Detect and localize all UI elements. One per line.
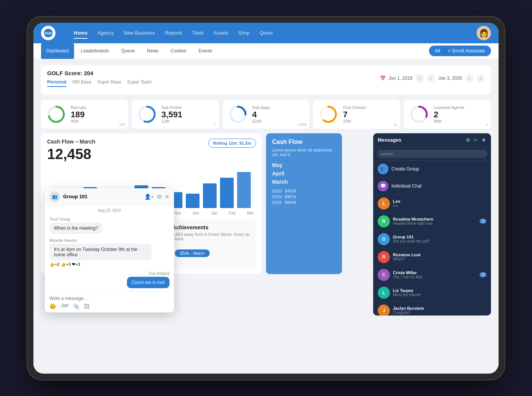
gc-emoji-icon[interactable]: 😊: [49, 303, 56, 309]
cf-details-desc: Lorem ipsum dolor sit adipiscing elit, s…: [272, 148, 336, 157]
gc-gif-icon[interactable]: .GIF: [60, 303, 68, 309]
individual-chat-item[interactable]: 💬 Individual Chat: [373, 178, 491, 195]
msg-preview-rozanne: When?: [393, 257, 486, 261]
gc-reactions: 👍+2 👍+3 ❤+3: [49, 262, 169, 267]
individual-chat-label: Individual Chat: [391, 183, 421, 189]
stat-info-recruits: Recruits 189 45th: [71, 105, 123, 123]
msg-content-leo: Leo it s: [393, 199, 486, 208]
avatar-rozanne: R: [378, 251, 390, 263]
logo: PHP: [41, 26, 59, 40]
main-content: GOLF Score: 204 Personal MD Base Super B…: [33, 59, 499, 374]
tab-queue[interactable]: Queue: [116, 43, 140, 59]
date-end-next-button[interactable]: ›: [477, 74, 485, 82]
gc-bubble-tina: Count me in too!: [127, 277, 169, 288]
gc-add-member-icon[interactable]: 👤+: [144, 194, 154, 200]
date-next-button[interactable]: ›: [427, 74, 435, 82]
golf-tab-super-team[interactable]: Super Team: [127, 79, 152, 87]
nav-items: Home Agency New Business Reports Tools A…: [70, 28, 477, 38]
nav-shop[interactable]: Shop: [234, 28, 253, 38]
msg-content-crista: Crista Millar Yes, I can do that: [393, 270, 477, 279]
nav-home[interactable]: Home: [70, 28, 91, 38]
date-end: Jun 3, 2020: [438, 76, 462, 81]
chart-label-mar: Mar: [247, 211, 254, 215]
msg-collapse-icon[interactable]: ▼: [481, 137, 486, 143]
msg-content-group101: Group 101 Did you send the pdf?: [393, 235, 486, 243]
nav-new-business[interactable]: New Business: [120, 28, 159, 38]
date-end-prev-button[interactable]: ‹: [465, 74, 473, 82]
calendar-icon: 📅: [380, 76, 386, 81]
msg-name-jaclyn: Jaclyn Burstein: [393, 306, 486, 311]
msg-item-jaclyn[interactable]: J Jaclyn Burstein Congrats!!: [373, 302, 491, 316]
stat-max-licensed-agents: 4: [486, 123, 488, 126]
cf-year-2020-label: 2020:: [272, 189, 283, 193]
user-avatar[interactable]: 👩: [477, 26, 491, 40]
gc-settings-icon[interactable]: ⚙: [157, 194, 162, 200]
enroll-associate-button[interactable]: 84 👤+ Enroll Associate: [429, 46, 491, 56]
stat-rank-sub-points: 12th: [162, 119, 214, 123]
nav-reports[interactable]: Reports: [161, 28, 186, 38]
date-prev-button[interactable]: ‹: [415, 74, 424, 82]
msg-item-leo[interactable]: L Leo it s: [373, 195, 491, 213]
msg-name-crista: Crista Millar: [393, 270, 477, 275]
golf-score-title: GOLF Score: 204: [47, 70, 152, 76]
msg-badge-rosalina: 1: [480, 219, 486, 224]
lower-area: Cash Flow – March 12,458 Rolling 12m: $1…: [41, 133, 491, 274]
msg-item-group101[interactable]: G Group 101 Did you send the pdf?: [373, 230, 491, 248]
msg-name-rozanne: Rozanne Lout: [393, 252, 486, 257]
golf-tab-personal[interactable]: Personal: [47, 79, 66, 87]
nav-assets[interactable]: Assets: [210, 28, 232, 38]
tab-news[interactable]: News: [142, 43, 164, 59]
stat-rank-recruits: 45th: [71, 119, 123, 123]
gc-msg-tina: Tina Holland Count me in too!: [45, 270, 174, 291]
msg-compose-icon[interactable]: ✏: [473, 137, 478, 143]
gc-message-input[interactable]: [49, 296, 169, 301]
tab-events[interactable]: Events: [193, 43, 218, 59]
donut-sub-apps: [228, 104, 248, 124]
msg-item-rozanne[interactable]: R Rozanne Lout When?: [373, 248, 491, 266]
golf-tab-md-base[interactable]: MD Base: [73, 79, 91, 87]
stat-value-recruits: 189: [71, 110, 123, 119]
stat-max-recruits: 205: [119, 123, 125, 126]
tab-dashboard[interactable]: Dashboard: [41, 43, 74, 59]
cf-month-may: May: [272, 162, 336, 168]
msg-name-rosalina: Rosalina Mceachern: [393, 217, 477, 221]
gc-sender-mariette: Mariette Keesler: [49, 238, 169, 243]
tab-contest[interactable]: Contest: [165, 43, 192, 59]
msg-content-liz: Liz Tarpey More the marrier: [393, 288, 486, 297]
avatar-jaclyn: J: [378, 304, 390, 316]
nav-agency[interactable]: Agency: [93, 28, 117, 38]
bar-dec: [186, 194, 200, 208]
cf-year-2020-value: $450k: [285, 189, 296, 193]
gc-tools: 😊 .GIF 📎 🖼: [49, 303, 169, 309]
bar-mar: [237, 172, 251, 208]
messages-list: L Leo it s R Rosalina Mceachern Headed: [373, 195, 491, 316]
cf-details-panel: Cash Flow Lorem ipsum dolor sit adipisci…: [266, 133, 342, 274]
cf-year-2019-value: $967k: [285, 194, 296, 199]
gc-attachment-icon[interactable]: 📎: [73, 303, 79, 309]
nav-quest[interactable]: Quest: [256, 28, 277, 38]
stat-info-licensed-agents: Licensed Agents 2 99th: [434, 105, 486, 123]
msg-item-liz[interactable]: L Liz Tarpey More the marrier: [373, 284, 491, 302]
cashflow-value: 12,458: [47, 146, 255, 163]
gc-header: 👥 Group 101 👤+ ⚙ ✕: [45, 188, 174, 205]
gc-close-icon[interactable]: ✕: [165, 194, 169, 200]
msg-preview-jaclyn: Congrats!!: [393, 311, 486, 315]
cf-year-2019: 2019: $967k: [272, 194, 336, 199]
create-group-item[interactable]: 👥 Create Group: [373, 161, 491, 178]
msg-item-crista[interactable]: C Crista Millar Yes, I can do that 3: [373, 266, 491, 284]
messages-search-input[interactable]: [377, 150, 487, 158]
msg-settings-icon[interactable]: ⚙: [466, 137, 470, 143]
golf-tabs: Personal MD Base Super Base Super Team: [47, 79, 152, 87]
tab-leaderboards[interactable]: Leaderboards: [76, 43, 114, 59]
nav-tools[interactable]: Tools: [188, 28, 207, 38]
msg-preview-rosalina: Headed there right now: [393, 221, 477, 226]
gc-bubble-trent: When is the meeting?: [49, 222, 103, 234]
stat-label-licensed-agents: Licensed Agents: [434, 105, 486, 110]
avatar-group101: G: [378, 233, 390, 245]
golf-tab-super-base[interactable]: Super Base: [97, 79, 121, 87]
stat-rank-sub-apps: 32nd: [252, 119, 304, 123]
gc-image-icon[interactable]: 🖼: [84, 303, 89, 309]
msg-item-rosalina[interactable]: R Rosalina Mceachern Headed there right …: [373, 213, 491, 230]
messages-title: Messages: [378, 137, 466, 143]
donut-licensed-agents: [409, 104, 429, 124]
